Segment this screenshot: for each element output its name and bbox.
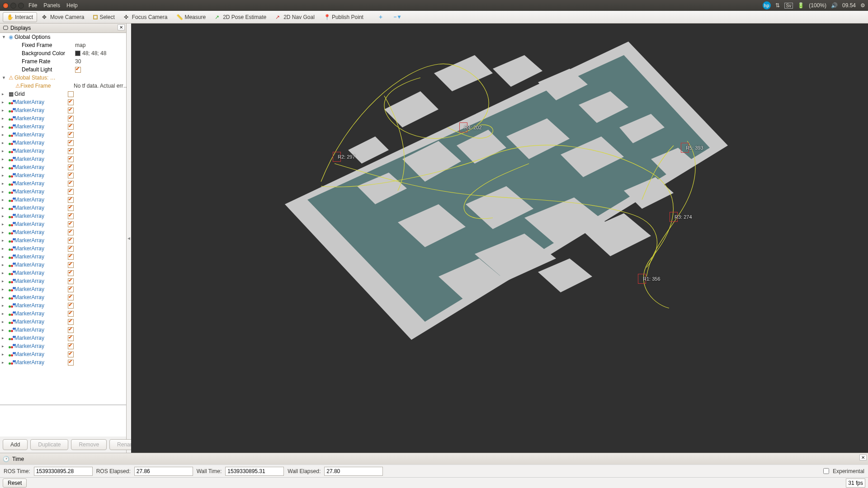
panel-close-button[interactable]: ✕ — [118, 24, 125, 30]
tree-global-options[interactable]: ▼◉Global Options — [0, 33, 126, 41]
checkbox-icon[interactable] — [68, 213, 74, 219]
checkbox-icon[interactable] — [68, 181, 74, 187]
display-tree[interactable]: ▼◉Global OptionsFixed FramemapBackground… — [0, 33, 126, 405]
checkbox-icon[interactable] — [68, 116, 74, 122]
tree-marker-array[interactable]: ▸MarkerArray — [0, 342, 126, 350]
duplicate-button[interactable]: Duplicate — [30, 439, 68, 450]
3d-viewport[interactable]: R1: 356R2: 297R3: 274R4: 202R5: 393 — [131, 23, 868, 453]
tree-marker-array[interactable]: ▸MarkerArray — [0, 139, 126, 147]
checkbox-icon[interactable] — [68, 286, 74, 292]
checkbox-icon[interactable] — [68, 327, 74, 333]
tree-marker-array[interactable]: ▸MarkerArray — [0, 212, 126, 220]
checkbox-icon[interactable] — [68, 221, 74, 227]
tree-fixed-frame[interactable]: Fixed Framemap — [0, 41, 126, 49]
checkbox-icon[interactable] — [68, 148, 74, 154]
tree-default-light[interactable]: Default Light — [0, 66, 126, 74]
tree-marker-array[interactable]: ▸MarkerArray — [0, 301, 126, 310]
tree-marker-array[interactable]: ▸MarkerArray — [0, 244, 126, 253]
checkbox-icon[interactable] — [68, 197, 74, 203]
checkbox-icon[interactable] — [68, 278, 74, 284]
tool-2d-pose-estimate[interactable]: ↗2D Pose Estimate — [211, 12, 270, 22]
battery-icon[interactable]: 🔋 — [797, 2, 804, 9]
wall-time-field[interactable] — [225, 467, 284, 476]
tree-marker-array[interactable]: ▸MarkerArray — [0, 310, 126, 318]
tool-add[interactable]: ＋ — [374, 11, 387, 23]
checkbox-icon[interactable] — [68, 335, 74, 341]
checkbox-icon[interactable] — [68, 246, 74, 252]
checkbox-icon[interactable] — [68, 91, 74, 97]
tree-marker-array[interactable]: ▸MarkerArray — [0, 188, 126, 196]
tool-2d-nav-goal[interactable]: ↗2D Nav Goal — [271, 12, 319, 22]
volume-icon[interactable]: 🔊 — [831, 2, 838, 9]
tree-marker-array[interactable]: ▸MarkerArray — [0, 269, 126, 277]
clock[interactable]: 09.54 — [842, 2, 856, 9]
tree-global-status[interactable]: ▼⚠Global Status: … — [0, 74, 126, 82]
menu-panels[interactable]: Panels — [43, 2, 60, 9]
window-close-button[interactable] — [3, 3, 9, 9]
network-icon[interactable]: ⇅ — [775, 2, 780, 9]
gear-icon[interactable]: ⚙ — [860, 2, 865, 9]
tree-marker-array[interactable]: ▸MarkerArray — [0, 179, 126, 188]
window-max-button[interactable] — [18, 3, 24, 9]
checkbox-icon[interactable] — [75, 67, 81, 73]
checkbox-icon[interactable] — [68, 343, 74, 349]
tool-move-camera[interactable]: ✥Move Camera — [38, 12, 88, 22]
checkbox-icon[interactable] — [68, 238, 74, 244]
menu-help[interactable]: Help — [66, 2, 78, 9]
tool-focus-camera[interactable]: ✜Focus Camera — [120, 12, 172, 22]
experimental-checkbox[interactable] — [823, 468, 829, 474]
checkbox-icon[interactable] — [68, 254, 74, 260]
remove-button[interactable]: Remove — [71, 439, 107, 450]
time-panel-title[interactable]: 🕑 Time ✕ — [0, 453, 868, 465]
tree-marker-array[interactable]: ▸MarkerArray — [0, 334, 126, 342]
checkbox-icon[interactable] — [68, 319, 74, 325]
tree-marker-array[interactable]: ▸MarkerArray — [0, 163, 126, 171]
tool-remove[interactable]: －▾ — [388, 11, 405, 23]
tree-marker-array[interactable]: ▸MarkerArray — [0, 196, 126, 204]
ros-elapsed-field[interactable] — [134, 467, 193, 476]
tree-grid[interactable]: ▸▦Grid — [0, 90, 126, 98]
tree-frame-rate[interactable]: Frame Rate30 — [0, 57, 126, 66]
tool-select[interactable]: Select — [89, 12, 118, 22]
checkbox-icon[interactable] — [68, 156, 74, 162]
tree-marker-array[interactable]: ▸MarkerArray — [0, 171, 126, 179]
tool-interact[interactable]: ✋Interact — [3, 12, 37, 22]
window-min-button[interactable] — [10, 3, 16, 9]
tree-bg-color[interactable]: Background Color 48; 48; 48 — [0, 49, 126, 57]
tree-marker-array[interactable]: ▸MarkerArray — [0, 220, 126, 228]
tool-publish-point[interactable]: 📍Publish Point — [320, 12, 368, 22]
checkbox-icon[interactable] — [68, 108, 74, 113]
checkbox-icon[interactable] — [68, 189, 74, 195]
checkbox-icon[interactable] — [68, 173, 74, 178]
reset-button[interactable]: Reset — [3, 479, 27, 488]
tree-marker-array[interactable]: ▸MarkerArray — [0, 155, 126, 163]
splitter-handle[interactable]: ◂ — [127, 23, 131, 453]
time-panel-close[interactable]: ✕ — [859, 455, 867, 460]
wall-elapsed-field[interactable] — [324, 467, 383, 476]
tree-marker-array[interactable]: ▸MarkerArray — [0, 285, 126, 293]
menu-file[interactable]: File — [28, 2, 37, 9]
tree-fixed-frame-status[interactable]: ⚠Fixed FrameNo tf data. Actual err… — [0, 82, 126, 90]
tree-marker-array[interactable]: ▸MarkerArray — [0, 106, 126, 114]
checkbox-icon[interactable] — [68, 124, 74, 130]
tree-marker-array[interactable]: ▸MarkerArray — [0, 114, 126, 122]
checkbox-icon[interactable] — [68, 311, 74, 317]
add-button[interactable]: Add — [3, 439, 28, 450]
checkbox-icon[interactable] — [68, 164, 74, 170]
checkbox-icon[interactable] — [68, 205, 74, 211]
tree-marker-array[interactable]: ▸MarkerArray — [0, 204, 126, 212]
checkbox-icon[interactable] — [68, 270, 74, 276]
tree-marker-array[interactable]: ▸MarkerArray — [0, 326, 126, 334]
checkbox-icon[interactable] — [68, 132, 74, 138]
tree-marker-array[interactable]: ▸MarkerArray — [0, 261, 126, 269]
displays-panel-title[interactable]: 🖵 Displays ✕ — [0, 23, 126, 33]
tree-marker-array[interactable]: ▸MarkerArray — [0, 277, 126, 285]
tree-marker-array[interactable]: ▸MarkerArray — [0, 228, 126, 236]
tree-marker-array[interactable]: ▸MarkerArray — [0, 236, 126, 244]
checkbox-icon[interactable] — [68, 99, 74, 105]
checkbox-icon[interactable] — [68, 230, 74, 235]
ros-time-field[interactable] — [34, 467, 93, 476]
checkbox-icon[interactable] — [68, 352, 74, 357]
tree-marker-array[interactable]: ▸MarkerArray — [0, 122, 126, 131]
tree-marker-array[interactable]: ▸MarkerArray — [0, 131, 126, 139]
